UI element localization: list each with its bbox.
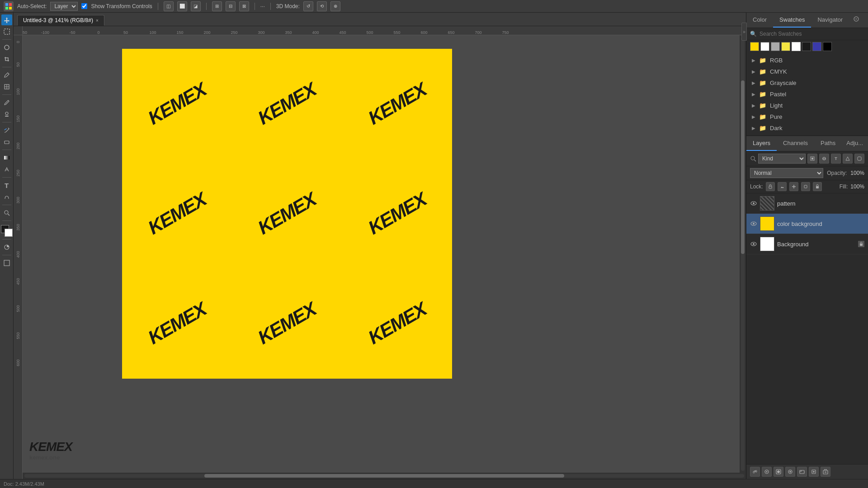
distribute3-btn[interactable]: ⊠ <box>239 1 249 11</box>
filter-smart-btn[interactable] <box>854 154 864 164</box>
zoom-tool[interactable] <box>1 207 12 218</box>
add-mask-btn[interactable] <box>774 467 783 477</box>
color-picker[interactable] <box>1 225 13 237</box>
screen-mode-btn[interactable] <box>1 258 12 268</box>
tab-channels[interactable]: Channels <box>777 136 814 151</box>
filter-shape-btn[interactable] <box>843 154 853 164</box>
new-fill-btn[interactable] <box>785 467 795 477</box>
move-tool[interactable] <box>1 14 12 25</box>
tab-paths[interactable]: Paths <box>814 136 842 151</box>
eyedrop-tool[interactable] <box>1 70 12 80</box>
history-brush-tool[interactable] <box>1 125 12 136</box>
filter-pixel-btn[interactable] <box>807 154 817 164</box>
align-center-btn[interactable]: ⬜ <box>177 1 187 11</box>
document-tab[interactable]: Untitled-3 @ 141% (RGB/8#) × <box>17 15 104 26</box>
search-input[interactable] <box>760 31 864 37</box>
layer-visibility-color-background[interactable] <box>750 221 757 226</box>
lock-artboard-btn[interactable] <box>801 182 810 191</box>
canvas-with-ruler: 0 50 100 150 200 250 300 350 400 450 500… <box>14 35 746 479</box>
layer-visibility-pattern[interactable] <box>750 201 757 206</box>
folder-icon: 📁 <box>759 80 766 86</box>
layer-item-color-background[interactable]: color background <box>746 214 868 234</box>
folder-pure[interactable]: ▶ 📁 Pure <box>746 111 868 122</box>
lock-icon <box>858 241 864 247</box>
swatch-lightyellow[interactable] <box>781 42 790 51</box>
folder-pastel[interactable]: ▶ 📁 Pastel <box>746 89 868 100</box>
folder-light[interactable]: ▶ 📁 Light <box>746 100 868 111</box>
svg-line-16 <box>8 214 9 216</box>
blend-mode-select[interactable]: Normal <box>750 168 823 178</box>
distribute2-btn[interactable]: ⊟ <box>226 1 236 11</box>
stamp-tool[interactable] <box>1 109 12 120</box>
text-tool[interactable]: T <box>1 180 12 191</box>
filter-adj-btn[interactable] <box>819 154 829 164</box>
layer-visibility-background[interactable] <box>750 242 757 246</box>
tab-adjustments[interactable]: Adju... <box>842 136 868 151</box>
filter-type-btn[interactable]: T <box>831 154 841 164</box>
folder-arrow: ▶ <box>752 103 755 108</box>
panel-collapse-btn[interactable]: » <box>746 23 747 41</box>
layer-item-pattern[interactable]: pattern <box>746 193 868 214</box>
layer-item-background[interactable]: Background <box>746 234 868 254</box>
kemex-pattern: KEMEX KEMEX KEMEX KEMEX KEMEX KEMEX KEME… <box>122 49 452 379</box>
kemex-cell: KEMEX <box>122 159 232 268</box>
mode-btn2[interactable]: ⟲ <box>317 1 327 11</box>
brush-tool[interactable] <box>1 97 12 108</box>
eraser-tool[interactable] <box>1 136 12 147</box>
mode-btn3[interactable]: ⊕ <box>330 1 340 11</box>
align-left-btn[interactable]: ◫ <box>164 1 174 11</box>
transform-checkbox[interactable] <box>81 3 87 9</box>
kemex-cell: KEMEX <box>122 49 232 159</box>
folder-dark[interactable]: ▶ 📁 Dark <box>746 122 868 134</box>
left-toolbar: T <box>0 13 14 479</box>
lock-position-btn[interactable] <box>789 182 798 191</box>
gradient-tool[interactable] <box>1 152 12 163</box>
delete-layer-btn[interactable] <box>821 467 830 477</box>
auto-select-dropdown[interactable]: Layer <box>50 2 78 11</box>
swatch-black1[interactable] <box>802 42 811 51</box>
align-right-btn[interactable]: ◪ <box>191 1 201 11</box>
new-group-btn[interactable] <box>797 467 807 477</box>
distribute-btn[interactable]: ⊞ <box>212 1 222 11</box>
v-scrollbar-thumb[interactable] <box>741 80 745 254</box>
h-scrollbar[interactable] <box>23 473 746 479</box>
swatch-black2[interactable] <box>823 42 832 51</box>
mode-btn[interactable]: ↺ <box>303 1 313 11</box>
folder-rgb[interactable]: ▶ 📁 RGB <box>746 55 868 66</box>
tab-swatches[interactable]: Swatches <box>773 13 811 28</box>
panel-icon-2[interactable] <box>863 13 868 28</box>
h-scrollbar-thumb[interactable] <box>204 474 564 478</box>
canvas-viewport[interactable]: KEMEX KEMEX KEMEX KEMEX KEMEX KEMEX KEME… <box>23 35 746 479</box>
blend-row: Normal Opacity: 100% <box>746 166 868 180</box>
new-layer-btn[interactable] <box>809 467 819 477</box>
tab-color[interactable]: Color <box>746 13 773 28</box>
path-tool[interactable] <box>1 192 12 202</box>
swatch-yellow[interactable] <box>750 42 759 51</box>
folder-cmyk[interactable]: ▶ 📁 CMYK <box>746 66 868 77</box>
swatch-gray[interactable] <box>771 42 780 51</box>
swatch-white2[interactable] <box>792 42 801 51</box>
lock-transparent-btn[interactable] <box>766 182 775 191</box>
swatch-blue[interactable] <box>812 42 821 51</box>
crop-tool[interactable] <box>1 54 12 65</box>
quick-mask-btn[interactable] <box>1 242 12 253</box>
v-scrollbar[interactable] <box>740 35 746 473</box>
folder-name: CMYK <box>770 68 787 75</box>
lock-image-btn[interactable] <box>778 182 787 191</box>
pen-tool[interactable] <box>1 164 12 175</box>
more-options[interactable]: ··· <box>260 3 265 9</box>
layers-kind-select[interactable]: Kind <box>758 154 806 164</box>
panel-icon-1[interactable] <box>849 13 863 28</box>
swatch-white[interactable] <box>760 42 769 51</box>
tab-close-btn[interactable]: × <box>96 18 99 23</box>
tab-navigator[interactable]: Navigator <box>811 13 849 28</box>
kemex-cell: KEMEX <box>342 269 452 379</box>
select-tool[interactable] <box>1 26 12 37</box>
add-style-btn[interactable] <box>762 467 772 477</box>
add-link-btn[interactable] <box>750 467 760 477</box>
lasso-tool[interactable] <box>1 42 12 53</box>
patch-tool[interactable] <box>1 81 12 92</box>
folder-grayscale[interactable]: ▶ 📁 Grayscale <box>746 77 868 89</box>
tab-layers[interactable]: Layers <box>746 136 777 151</box>
lock-all-btn[interactable] <box>813 182 822 191</box>
